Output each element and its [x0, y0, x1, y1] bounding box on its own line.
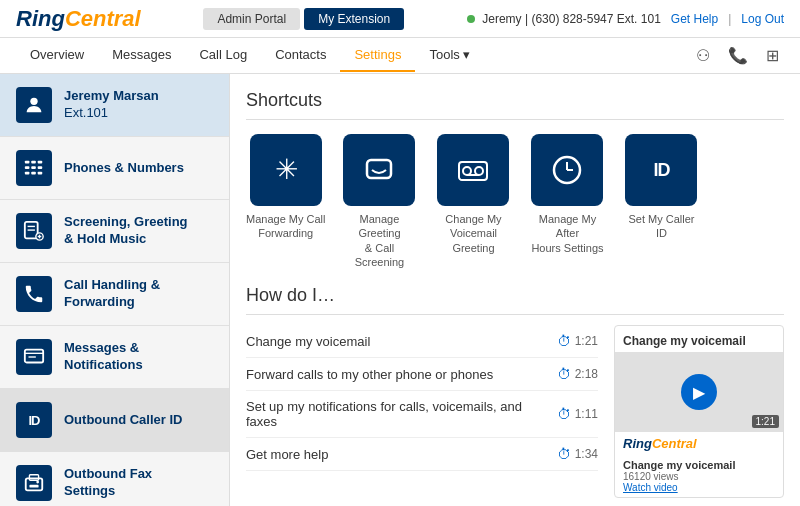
- how-item-0-time: ⏱ 1:21: [557, 333, 598, 349]
- shortcut-call-forwarding[interactable]: ✳ Manage My CallForwarding: [246, 134, 325, 269]
- video-logo-ring: Ring: [623, 436, 652, 451]
- sidebar-item-messages[interactable]: Messages &Notifications: [0, 326, 229, 389]
- nav-contacts[interactable]: Contacts: [261, 39, 340, 72]
- video-duration: 1:21: [752, 415, 779, 428]
- svg-rect-8: [31, 172, 36, 175]
- svg-rect-4: [25, 166, 30, 169]
- logout-link[interactable]: Log Out: [741, 12, 784, 26]
- sidebar-item-outbound-fax[interactable]: Outbound FaxSettings: [0, 452, 229, 506]
- shortcut-caller-id[interactable]: ID Set My Caller ID: [621, 134, 701, 269]
- clock-icon-0: ⏱: [557, 333, 571, 349]
- shortcut-after-hours[interactable]: Manage My AfterHours Settings: [527, 134, 607, 269]
- nav-tools[interactable]: Tools ▾: [415, 39, 484, 72]
- get-help-link[interactable]: Get Help: [671, 12, 718, 26]
- nav-links: Overview Messages Call Log Contacts Sett…: [16, 39, 484, 72]
- how-item-1-left: Forward calls to my other phone or phone…: [246, 367, 493, 382]
- how-item-1-time: ⏱ 2:18: [557, 366, 598, 382]
- shortcuts-grid: ✳ Manage My CallForwarding Manage Greeti…: [246, 134, 784, 269]
- how-item-3-time: ⏱ 1:34: [557, 446, 598, 462]
- my-extension-tab[interactable]: My Extension: [304, 8, 404, 30]
- nav-phone-icon[interactable]: 📞: [723, 44, 753, 67]
- shortcut-greeting-icon: [343, 134, 415, 206]
- sidebar-user-label: Jeremy MarsanExt.101: [64, 88, 159, 122]
- user-icon: [16, 87, 52, 123]
- how-item-0-left: Change my voicemail: [246, 334, 370, 349]
- how-item-3-duration: 1:34: [575, 447, 598, 461]
- sidebar: Jeremy MarsanExt.101 Phones & Numbers: [0, 74, 230, 506]
- shortcut-call-forwarding-label: Manage My CallForwarding: [246, 212, 325, 241]
- sidebar-phones-label: Phones & Numbers: [64, 160, 184, 177]
- svg-rect-9: [38, 172, 43, 175]
- svg-rect-1: [25, 161, 30, 164]
- how-do-i-section: How do I… Change my voicemail ⏱ 1:21: [246, 285, 784, 498]
- sidebar-item-screening[interactable]: Screening, Greeting& Hold Music: [0, 200, 229, 263]
- video-watch-link[interactable]: Watch video: [623, 482, 775, 493]
- how-item-3-left: Get more help: [246, 447, 328, 462]
- clock-icon-3: ⏱: [557, 446, 571, 462]
- portal-tabs: Admin Portal My Extension: [203, 8, 404, 30]
- nav-settings[interactable]: Settings: [340, 39, 415, 72]
- how-item-2-label: Set up my notifications for calls, voice…: [246, 399, 557, 429]
- how-item-3-label: Get more help: [246, 447, 328, 462]
- how-item-2-time: ⏱ 1:11: [557, 406, 598, 422]
- status-indicator: Jeremy | (630) 828-5947 Ext. 101: [467, 12, 661, 26]
- nav-call-log[interactable]: Call Log: [185, 39, 261, 72]
- nav-people-icon[interactable]: ⚇: [691, 44, 715, 67]
- video-logo-area: RingCentral: [615, 432, 783, 455]
- shortcut-greeting-label: Manage Greeting& Call Screening: [339, 212, 419, 269]
- svg-rect-6: [38, 166, 43, 169]
- shortcut-voicemail[interactable]: Change MyVoicemail Greeting: [433, 134, 513, 269]
- how-item-0-duration: 1:21: [575, 334, 598, 348]
- svg-rect-24: [367, 160, 391, 178]
- phones-icon: [16, 150, 52, 186]
- shortcuts-title: Shortcuts: [246, 90, 784, 120]
- svg-rect-16: [25, 350, 43, 363]
- nav-bar: Overview Messages Call Log Contacts Sett…: [0, 38, 800, 74]
- status-dot: [467, 15, 475, 23]
- sidebar-item-callhandling[interactable]: Call Handling &Forwarding: [0, 263, 229, 326]
- clock-icon-2: ⏱: [557, 406, 571, 422]
- sidebar-item-outbound-caller[interactable]: ID Outbound Caller ID: [0, 389, 229, 452]
- video-thumbnail[interactable]: ▶ 1:21: [615, 352, 783, 432]
- svg-point-22: [36, 481, 39, 484]
- svg-point-0: [30, 98, 37, 105]
- shortcut-voicemail-label: Change MyVoicemail Greeting: [433, 212, 513, 255]
- how-item-2-duration: 1:11: [575, 407, 598, 421]
- svg-point-26: [463, 167, 471, 175]
- brand-logo: RingCentral: [16, 6, 141, 32]
- how-item-1-duration: 2:18: [575, 367, 598, 381]
- how-do-i-title: How do I…: [246, 285, 784, 315]
- nav-overview[interactable]: Overview: [16, 39, 98, 72]
- svg-point-27: [475, 167, 483, 175]
- sidebar-item-user[interactable]: Jeremy MarsanExt.101: [0, 74, 229, 137]
- shortcut-greeting[interactable]: Manage Greeting& Call Screening: [339, 134, 419, 269]
- messages-icon: [16, 339, 52, 375]
- sidebar-screening-label: Screening, Greeting& Hold Music: [64, 214, 188, 248]
- svg-rect-21: [29, 485, 38, 488]
- nav-icons: ⚇ 📞 ⊞: [691, 44, 784, 67]
- svg-text:✳: ✳: [274, 154, 297, 185]
- shortcuts-section: Shortcuts ✳ Manage My CallForwarding: [246, 90, 784, 269]
- shortcut-caller-id-label: Set My Caller ID: [621, 212, 701, 241]
- logo-ring: Ring: [16, 6, 65, 31]
- logo-central: Central: [65, 6, 141, 31]
- how-item-2[interactable]: Set up my notifications for calls, voice…: [246, 391, 598, 438]
- video-logo: RingCentral: [623, 436, 697, 451]
- how-item-3[interactable]: Get more help ⏱ 1:34: [246, 438, 598, 471]
- video-panel: Change my voicemail ▶ 1:21 RingCentral C…: [614, 325, 784, 498]
- shortcut-call-forwarding-icon: ✳: [250, 134, 322, 206]
- sidebar-messages-label: Messages &Notifications: [64, 340, 143, 374]
- how-item-0[interactable]: Change my voicemail ⏱ 1:21: [246, 325, 598, 358]
- sidebar-outbound-caller-label: Outbound Caller ID: [64, 412, 182, 429]
- sidebar-item-phones[interactable]: Phones & Numbers: [0, 137, 229, 200]
- how-item-1[interactable]: Forward calls to my other phone or phone…: [246, 358, 598, 391]
- separator: |: [728, 12, 731, 26]
- how-layout: Change my voicemail ⏱ 1:21 Forward calls…: [246, 325, 784, 498]
- nav-grid-icon[interactable]: ⊞: [761, 44, 784, 67]
- how-item-0-label: Change my voicemail: [246, 334, 370, 349]
- video-caption: Change my voicemail 16120 views Watch vi…: [615, 455, 783, 497]
- play-button[interactable]: ▶: [681, 374, 717, 410]
- svg-rect-2: [31, 161, 36, 164]
- admin-portal-tab[interactable]: Admin Portal: [203, 8, 300, 30]
- nav-messages[interactable]: Messages: [98, 39, 185, 72]
